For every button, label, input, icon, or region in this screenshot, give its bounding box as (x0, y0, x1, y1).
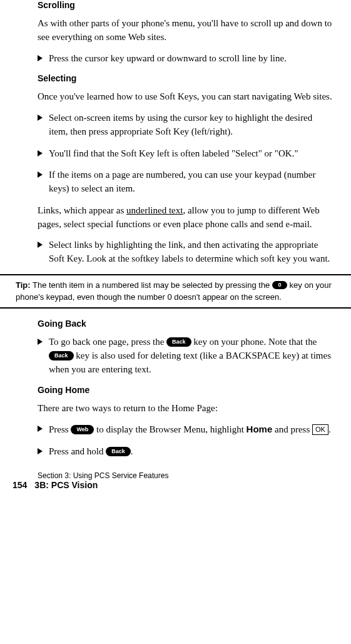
paragraph-links: Links, which appear as underlined text, … (38, 204, 332, 232)
bold-home: Home (247, 424, 273, 434)
list-item: Select on-screen items by using the curs… (38, 111, 332, 139)
text-fragment: to display the Browser Menu, highlight (94, 424, 246, 434)
underlined-text: underlined text (126, 205, 183, 215)
footer-chapter: 3B: PCS Vision (34, 480, 98, 490)
heading-scrolling: Scrolling (38, 0, 332, 10)
heading-going-home: Going Home (38, 385, 332, 395)
tip-box: Tip: The tenth item in a numbered list m… (0, 274, 351, 309)
page-number: 154 (13, 480, 27, 490)
list-item: To go back one page, press the Back key … (38, 335, 332, 376)
key-zero-icon: 0 (272, 281, 287, 289)
key-web-icon: Web (71, 425, 94, 434)
key-back-icon: Back (106, 447, 131, 456)
text-fragment: and press (272, 424, 312, 434)
list-scrolling: Press the cursor key upward or downward … (38, 52, 332, 66)
key-ok-icon: OK (312, 424, 328, 435)
list-item: Press and hold Back. (38, 445, 332, 459)
paragraph-going-home: There are two ways to return to the Home… (38, 402, 332, 416)
list-item: Press Web to display the Browser Menu, h… (38, 422, 332, 437)
list-item: Select links by highlighting the link, a… (38, 238, 332, 266)
footer-page-line: 1543B: PCS Vision (13, 480, 351, 490)
text-fragment: To go back one page, press the (49, 337, 166, 347)
paragraph-scrolling: As with other parts of your phone's menu… (38, 17, 332, 44)
list-item: Press the cursor key upward or downward … (38, 52, 332, 66)
key-back-icon: Back (166, 337, 191, 347)
tip-label: Tip: (16, 280, 31, 290)
text-fragment: . (131, 446, 133, 456)
paragraph-selecting: Once you've learned how to use Soft Keys… (38, 90, 332, 104)
text-fragment: The tenth item in a numbered list may be… (31, 280, 272, 290)
list-selecting-2: Select links by highlighting the link, a… (38, 238, 332, 266)
list-going-home: Press Web to display the Browser Menu, h… (38, 422, 332, 459)
text-fragment: Press (49, 424, 71, 434)
list-item: You'll find that the Soft Key left is of… (38, 147, 332, 161)
text-fragment: key on your phone. Note that the (191, 337, 317, 347)
text-fragment: Press and hold (49, 446, 106, 456)
list-going-back: To go back one page, press the Back key … (38, 335, 332, 376)
text-fragment: . (328, 424, 331, 434)
text-fragment: key is also used for deleting text (like… (49, 350, 331, 374)
heading-selecting: Selecting (38, 73, 332, 83)
list-item: If the items on a page are numbered, you… (38, 168, 332, 196)
list-selecting-1: Select on-screen items by using the curs… (38, 111, 332, 196)
heading-going-back: Going Back (38, 319, 332, 329)
footer: Section 3: Using PCS Service Features 15… (0, 471, 351, 490)
key-back-icon: Back (49, 351, 74, 360)
footer-section-line: Section 3: Using PCS Service Features (38, 471, 351, 480)
text-fragment: Links, which appear as (38, 205, 126, 215)
